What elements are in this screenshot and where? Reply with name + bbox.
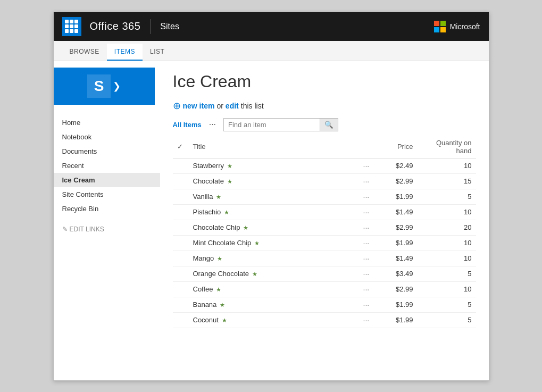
row-qty: 10 [418, 158, 476, 173]
sidebar-item-documents[interactable]: Documents [54, 144, 160, 159]
row-dots[interactable]: ··· [359, 281, 380, 297]
row-title[interactable]: Pistachio ★ [189, 204, 359, 220]
pencil-icon: ✎ [62, 226, 68, 233]
search-input[interactable] [224, 119, 320, 131]
col-title-header[interactable]: Title [189, 136, 359, 159]
row-check[interactable] [173, 297, 189, 312]
table-row: Vanilla ★ ··· $1.99 5 [173, 189, 476, 204]
sidebar-item-home[interactable]: Home [54, 115, 160, 130]
row-price: $2.49 [380, 158, 418, 173]
sp-logo-inner: S ❯ [87, 74, 121, 98]
sidebar-item-recycle-bin[interactable]: Recycle Bin [54, 202, 160, 216]
item-edit-icon[interactable]: ★ [227, 163, 232, 169]
new-item-middle-text: or [216, 102, 223, 110]
row-price: $1.99 [380, 189, 418, 204]
all-items-link[interactable]: All Items [173, 121, 202, 129]
row-price: $1.99 [380, 297, 418, 312]
edit-links-label: EDIT LINKS [70, 226, 104, 233]
top-bar: Office 365 Sites Microsoft [54, 12, 489, 41]
row-dots[interactable]: ··· [359, 235, 380, 251]
edit-list-link[interactable]: edit [226, 102, 239, 110]
row-check[interactable] [173, 266, 189, 281]
tab-list[interactable]: LIST [143, 44, 172, 61]
sidebar-item-site-contents[interactable]: Site Contents [54, 187, 160, 202]
new-item-bar: ⊕ new item or edit this list [173, 100, 476, 112]
row-dots[interactable]: ··· [359, 312, 380, 328]
new-item-link[interactable]: new item [183, 102, 215, 110]
item-edit-icon[interactable]: ★ [254, 240, 260, 246]
col-qty-header[interactable]: Quantity on hand [418, 136, 476, 159]
item-edit-icon[interactable]: ★ [220, 302, 225, 308]
sharepoint-logo: S ❯ [54, 68, 155, 105]
row-title[interactable]: Coconut ★ [189, 312, 359, 328]
row-dots[interactable]: ··· [359, 251, 380, 266]
sidebar-item-recent[interactable]: Recent [54, 159, 160, 173]
row-dots[interactable]: ··· [359, 189, 380, 204]
page-title: Ice Cream [173, 72, 476, 91]
sp-s-icon: S [87, 74, 111, 98]
row-check[interactable] [173, 281, 189, 297]
row-title[interactable]: Banana ★ [189, 297, 359, 312]
sidebar-item-ice-cream[interactable]: Ice Cream [54, 173, 160, 187]
tab-items[interactable]: ITEMS [107, 44, 143, 61]
table-row: Pistachio ★ ··· $1.49 10 [173, 204, 476, 220]
row-dots[interactable]: ··· [359, 220, 380, 235]
row-dots[interactable]: ··· [359, 297, 380, 312]
item-edit-icon[interactable]: ★ [224, 209, 229, 215]
row-check[interactable] [173, 204, 189, 220]
ms-blue-square [434, 27, 439, 32]
waffle-button[interactable] [62, 17, 81, 36]
sidebar: S ❯ Home Notebook Documents Recent Ice C… [54, 61, 160, 380]
row-title[interactable]: Coffee ★ [189, 281, 359, 297]
col-price-header[interactable]: Price [380, 136, 418, 159]
row-title[interactable]: Stawberry ★ [189, 158, 359, 173]
row-title[interactable]: Vanilla ★ [189, 189, 359, 204]
table-row: Coconut ★ ··· $1.99 5 [173, 312, 476, 328]
item-edit-icon[interactable]: ★ [216, 194, 221, 200]
row-qty: 10 [418, 281, 476, 297]
row-qty: 10 [418, 204, 476, 220]
item-edit-icon[interactable]: ★ [217, 255, 222, 262]
row-check[interactable] [173, 158, 189, 173]
microsoft-logo: Microsoft [434, 21, 480, 32]
item-edit-icon[interactable]: ★ [227, 178, 232, 185]
row-title[interactable]: Mango ★ [189, 251, 359, 266]
row-title[interactable]: Mint Chcolate Chip ★ [189, 235, 359, 251]
new-item-plus-icon[interactable]: ⊕ [173, 100, 181, 112]
row-title[interactable]: Chocolate Chip ★ [189, 220, 359, 235]
row-title[interactable]: Orange Chocolate ★ [189, 266, 359, 281]
row-qty: 5 [418, 297, 476, 312]
sidebar-item-notebook[interactable]: Notebook [54, 130, 160, 144]
row-check[interactable] [173, 251, 189, 266]
row-price: $2.99 [380, 281, 418, 297]
row-qty: 5 [418, 189, 476, 204]
item-edit-icon[interactable]: ★ [222, 317, 227, 323]
table-header-row: ✓ Title Price Quantity on hand [173, 136, 476, 159]
search-button[interactable]: 🔍 [320, 119, 338, 131]
tab-browse[interactable]: BROWSE [62, 44, 107, 61]
row-check[interactable] [173, 235, 189, 251]
item-edit-icon[interactable]: ★ [252, 271, 257, 277]
ms-red-square [434, 21, 439, 26]
row-dots[interactable]: ··· [359, 173, 380, 189]
row-price: $1.49 [380, 251, 418, 266]
row-check[interactable] [173, 220, 189, 235]
all-items-ellipsis[interactable]: ··· [206, 119, 219, 130]
waffle-grid-icon [65, 20, 78, 33]
row-dots[interactable]: ··· [359, 266, 380, 281]
row-title[interactable]: Chocolate ★ [189, 173, 359, 189]
item-edit-icon[interactable]: ★ [216, 286, 221, 293]
table-row: Stawberry ★ ··· $2.49 10 [173, 158, 476, 173]
row-check[interactable] [173, 312, 189, 328]
row-check[interactable] [173, 173, 189, 189]
row-dots[interactable]: ··· [359, 204, 380, 220]
app-window: Office 365 Sites Microsoft BROWSE ITEMS … [53, 12, 489, 381]
search-box: 🔍 [223, 118, 338, 131]
item-edit-icon[interactable]: ★ [243, 224, 248, 231]
edit-links-button[interactable]: ✎ EDIT LINKS [54, 220, 160, 238]
row-price: $2.99 [380, 173, 418, 189]
items-table: ✓ Title Price Quantity on hand Stawberry… [173, 136, 476, 328]
row-check[interactable] [173, 189, 189, 204]
row-dots[interactable]: ··· [359, 158, 380, 173]
row-qty: 20 [418, 220, 476, 235]
